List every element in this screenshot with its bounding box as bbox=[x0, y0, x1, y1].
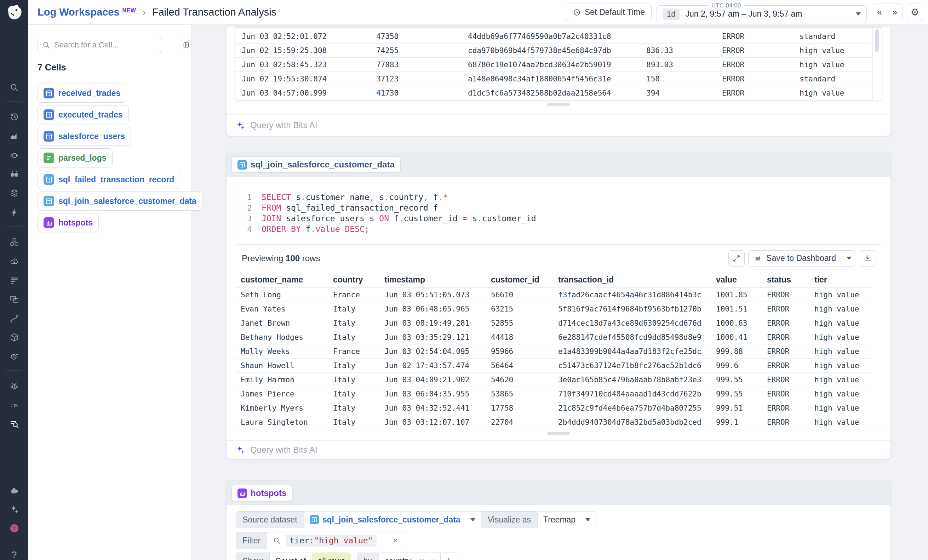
bits-ai-placeholder: Query with Bits AI bbox=[250, 121, 317, 130]
table-scrollbar[interactable] bbox=[872, 26, 882, 100]
watchdog-icon[interactable] bbox=[6, 147, 22, 163]
clock-icon bbox=[573, 8, 581, 17]
column-header-timestamp[interactable]: timestamp bbox=[385, 275, 491, 285]
cell-pill-received_trades[interactable]: received_trades bbox=[38, 84, 126, 103]
history-icon[interactable] bbox=[6, 109, 22, 125]
table-row[interactable]: Shaun HowellItalyJun 02 17:43:57.4745646… bbox=[236, 359, 872, 373]
time-back-button[interactable]: « bbox=[872, 3, 887, 21]
download-csv-button[interactable] bbox=[860, 250, 876, 267]
monitors-icon[interactable] bbox=[6, 397, 22, 413]
table-row[interactable]: Seth LongFranceJun 03 05:51:05.07356610f… bbox=[236, 288, 872, 302]
table-row[interactable]: Emily HarmonItalyJun 03 04:09:21.9025462… bbox=[236, 373, 872, 387]
table-row[interactable]: Janet BrownItalyJun 03 08:19:49.28152855… bbox=[236, 316, 872, 330]
sql-code-line: 4ORDER BY f.value DESC; bbox=[235, 224, 890, 235]
avatar-icon[interactable] bbox=[6, 520, 22, 536]
measure-select[interactable]: Count of bbox=[270, 553, 312, 560]
cell-pill-hotspots[interactable]: hotspots bbox=[38, 213, 99, 232]
close-icon bbox=[418, 557, 426, 560]
chart-icon bbox=[754, 254, 763, 262]
table-row[interactable]: Evan YatesItalyJun 03 06:48:05.965632155… bbox=[236, 302, 872, 316]
column-header-tier[interactable]: tier bbox=[814, 275, 872, 285]
filter-query-input[interactable]: tier : "high value" bbox=[267, 533, 404, 549]
table-row[interactable]: Jun 03 02:58:45.3237708368780c19e1074aa2… bbox=[235, 58, 872, 72]
table-cell-icon bbox=[44, 196, 54, 206]
range-shortcut-badge: 1d bbox=[662, 9, 679, 20]
cell-pill-sql_failed_transaction_record[interactable]: sql_failed_transaction_record bbox=[38, 170, 180, 189]
column-header-status[interactable]: status bbox=[767, 275, 814, 285]
catalog-icon[interactable] bbox=[6, 185, 22, 201]
cell-header-strip: sql_join_salesforce_customer_data bbox=[226, 152, 890, 177]
help-icon: ? bbox=[12, 549, 17, 560]
servicemap-icon[interactable] bbox=[6, 233, 22, 250]
sql-editor[interactable]: 1SELECT s.customer_name, s.country, f.*2… bbox=[235, 187, 890, 243]
table-resize-handle[interactable] bbox=[547, 103, 570, 106]
time-forward-button[interactable]: » bbox=[887, 3, 902, 21]
bug-icon[interactable] bbox=[6, 378, 22, 394]
time-range-value: Jun 2, 9:57 am – Jun 3, 9:57 am bbox=[685, 9, 802, 19]
rail-divider bbox=[6, 226, 22, 227]
table-cell-icon bbox=[310, 515, 319, 524]
table-row[interactable]: Kimberly MyersItalyJun 03 04:32:52.44117… bbox=[236, 401, 872, 415]
table-row[interactable]: Jun 02 15:59:25.30874255cda970b969b44f57… bbox=[235, 44, 872, 58]
synthetics-icon[interactable] bbox=[6, 348, 22, 365]
binoculars-icon[interactable] bbox=[6, 166, 22, 182]
cloudcost-icon[interactable] bbox=[6, 253, 22, 269]
datadog-logo-icon[interactable] bbox=[4, 3, 24, 23]
bits-ai-prompt[interactable]: Query with Bits AI bbox=[236, 441, 881, 459]
puzzle-icon[interactable] bbox=[6, 482, 22, 498]
cell-pill-salesforce_users[interactable]: salesforce_users bbox=[38, 127, 131, 146]
cell-card-top-table: Jun 03 02:52:01.0724735044ddb69a6f774695… bbox=[226, 26, 890, 136]
group-by-select[interactable]: country bbox=[379, 553, 441, 560]
table-row[interactable]: Molly WeeksFranceJun 03 02:54:04.0959596… bbox=[236, 345, 872, 359]
cell-pill-executed_trades[interactable]: executed_trades bbox=[38, 105, 129, 124]
remove-group-button[interactable] bbox=[418, 557, 426, 560]
pipelines-icon[interactable] bbox=[6, 310, 22, 327]
dashboards-icon[interactable] bbox=[6, 291, 22, 307]
bolt-icon[interactable] bbox=[6, 204, 22, 221]
metrics-icon[interactable] bbox=[6, 128, 22, 144]
visualize-as-select[interactable]: Treemap bbox=[537, 511, 596, 528]
security-icon[interactable] bbox=[6, 329, 22, 345]
add-group-by-button[interactable]: + bbox=[441, 553, 457, 560]
scrollbar-thumb[interactable] bbox=[875, 29, 879, 52]
help-button[interactable]: ? Help bbox=[7, 549, 21, 560]
bitsai-icon[interactable] bbox=[6, 501, 22, 517]
cell-pill-parsed_logs[interactable]: parsed_logs bbox=[38, 148, 113, 168]
table-row[interactable]: Jun 03 02:52:01.0724735044ddb69a6f774695… bbox=[235, 29, 872, 44]
cell-pill-sql_join_salesforce_customer_data[interactable]: sql_join_salesforce_customer_data bbox=[38, 192, 203, 211]
search-icon bbox=[42, 41, 50, 49]
table-row[interactable]: Jun 03 04:57:00.99941730d1dc5fc6a5734825… bbox=[235, 86, 872, 100]
save-to-dashboard-button[interactable]: Save to Dashboard bbox=[748, 250, 856, 267]
caret-down-icon bbox=[847, 256, 852, 260]
table-row[interactable]: Jun 02 19:55:30.87437123a148e86498c34af1… bbox=[235, 72, 872, 86]
search-icon[interactable] bbox=[6, 79, 22, 96]
source-dataset-select[interactable]: sql_join_salesforce_customer_data bbox=[304, 511, 481, 528]
table-resize-handle[interactable] bbox=[547, 432, 570, 435]
cell-tab-hotspots[interactable]: hotspots bbox=[232, 485, 292, 501]
table-row[interactable]: James PierceItalyJun 03 06:04:35.9555386… bbox=[236, 387, 872, 401]
line-number: 2 bbox=[235, 203, 252, 214]
column-header-transaction_id[interactable]: transaction_id bbox=[558, 275, 716, 285]
column-header-customer_name[interactable]: customer_name bbox=[241, 275, 333, 285]
save-options-caret[interactable] bbox=[842, 250, 856, 266]
cell-search-input[interactable] bbox=[54, 40, 157, 50]
column-header-customer_id[interactable]: customer_id bbox=[491, 275, 558, 285]
table-row[interactable]: Bethany HodgesItalyJun 03 03:35:29.12144… bbox=[236, 330, 872, 345]
settings-gear-button[interactable]: ⚙ bbox=[907, 3, 923, 21]
column-header-value[interactable]: value bbox=[716, 275, 767, 285]
clear-filter-button[interactable] bbox=[391, 537, 399, 545]
logsearch-icon[interactable] bbox=[6, 416, 22, 432]
set-default-time-button[interactable]: Set Default Time bbox=[566, 3, 652, 21]
preview-scrollbar[interactable] bbox=[872, 273, 881, 428]
bits-ai-prompt[interactable]: Query with Bits AI bbox=[236, 115, 881, 136]
column-header-country[interactable]: country bbox=[333, 275, 385, 285]
logs-icon[interactable] bbox=[6, 272, 22, 288]
filter-token[interactable]: tier : "high value" bbox=[286, 534, 376, 546]
table-row[interactable]: Laura SingletonItalyJun 03 03:12:07.1072… bbox=[236, 415, 872, 429]
expand-table-button[interactable] bbox=[728, 250, 745, 267]
breadcrumb-product-link[interactable]: Log Workspaces bbox=[38, 6, 120, 18]
cell-tab-sql-join[interactable]: sql_join_salesforce_customer_data bbox=[232, 156, 401, 173]
collapse-sidebar-button[interactable] bbox=[181, 40, 191, 50]
time-range-picker[interactable]: UTC-04:00 1d Jun 2, 9:57 am – Jun 3, 9:5… bbox=[656, 2, 867, 23]
all-rows-select[interactable]: all rows bbox=[312, 553, 351, 560]
